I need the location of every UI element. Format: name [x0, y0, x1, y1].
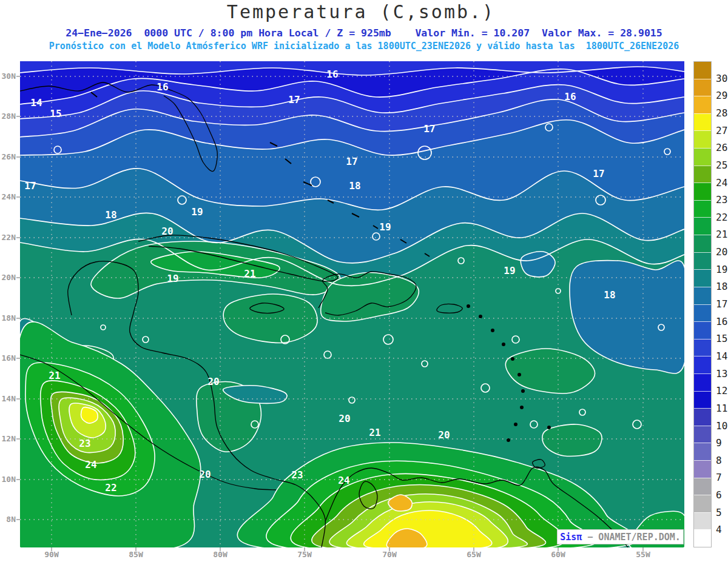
colorbar-tick-label: 26: [716, 143, 727, 153]
contour-label: 23: [291, 470, 303, 480]
weather-map-figure: Temperatura (C,somb.) 24−Ene−2026 0000 U…: [0, 0, 728, 562]
colorbar-cell: [694, 252, 711, 270]
contour-label: 17: [288, 95, 300, 105]
colorbar-cell: [694, 182, 711, 200]
y-axis-tick-label: 10N: [0, 475, 16, 483]
y-axis-tick-label: 30N: [0, 72, 16, 80]
contour-label: 17: [346, 157, 357, 167]
colorbar-cell: [694, 217, 711, 235]
colorbar-cell: [694, 339, 711, 356]
colorbar-cell: [694, 130, 711, 148]
contour-label: 20: [199, 470, 211, 480]
y-axis-tick-mark: [16, 438, 20, 440]
colorbar-tick-label: 24: [716, 178, 727, 188]
x-axis-tick-label: 75W: [291, 550, 318, 558]
contour-label: 20: [161, 227, 173, 236]
x-axis-tick-mark: [220, 547, 221, 551]
subtitle-model: Pronóstico con el Modelo Atmósferico WRF…: [0, 41, 728, 52]
y-axis-tick-mark: [16, 519, 20, 520]
map-area: 1415161716161717181717181920211919191821…: [20, 61, 684, 547]
contour-label: 14: [30, 98, 42, 108]
colorbar-tick-label: 20: [716, 247, 727, 257]
colorbar-cell: [694, 426, 711, 443]
colorbar-tick-label: 23: [716, 195, 727, 205]
colorbar-cell: [694, 478, 711, 495]
contour-label: 21: [49, 371, 60, 381]
colorbar: [693, 61, 712, 547]
colorbar-tick-label: 4: [716, 525, 722, 535]
colorbar-cell: [694, 304, 711, 322]
colorbar-tick-label: 7: [716, 473, 722, 483]
y-axis-tick-mark: [16, 196, 20, 198]
y-axis-tick-label: 8N: [0, 515, 16, 523]
x-axis-tick-label: 90W: [38, 550, 65, 558]
colorbar-tick-label: 22: [716, 213, 727, 222]
colorbar-cell: [694, 113, 711, 131]
map-svg: [20, 61, 684, 547]
colorbar-tick-label: 16: [716, 317, 727, 327]
contour-label: 17: [593, 169, 604, 179]
y-axis-tick-mark: [16, 116, 20, 117]
x-axis-tick-mark: [642, 547, 644, 551]
colorbar-tick-label: 29: [716, 91, 727, 101]
x-axis-tick-label: 60W: [545, 550, 571, 558]
colorbar-tick-label: 27: [716, 126, 727, 136]
colorbar-cell: [694, 200, 711, 218]
contour-label: 15: [50, 109, 61, 119]
contour-label: 22: [105, 483, 116, 493]
x-axis-tick-label: 70W: [376, 550, 403, 558]
contour-label: 19: [191, 207, 203, 217]
y-axis-tick-label: 26N: [0, 153, 16, 161]
contour-label: 23: [79, 439, 90, 449]
colorbar-cell: [694, 529, 711, 547]
y-axis-tick-label: 12N: [0, 435, 16, 443]
watermark-brand: Sisπ: [560, 532, 582, 543]
colorbar-tick-label: 19: [716, 265, 727, 275]
colorbar-cell: [694, 391, 711, 409]
colorbar-cell: [694, 495, 711, 512]
colorbar-tick-label: 17: [716, 299, 727, 309]
y-axis-tick-mark: [16, 277, 20, 278]
colorbar-tick-label: 30: [716, 74, 727, 84]
colorbar-tick-label: 13: [716, 369, 727, 379]
colorbar-tick-label: 12: [716, 386, 727, 396]
colorbar-cell: [694, 512, 711, 530]
contour-label: 24: [85, 460, 96, 470]
colorbar-tick-label: 10: [716, 421, 727, 431]
y-axis-tick-mark: [16, 479, 20, 480]
colorbar-cell: [694, 373, 711, 391]
x-axis-tick-mark: [51, 547, 52, 551]
contour-label: 18: [105, 210, 116, 220]
y-axis-tick-mark: [16, 237, 20, 238]
colorbar-tick-label: 25: [716, 161, 727, 170]
colorbar-cell: [694, 443, 711, 460]
colorbar-cell: [694, 62, 711, 79]
colorbar-cell: [694, 166, 711, 183]
colorbar-tick-label: 21: [716, 230, 727, 239]
watermark: Sisπ − ONAMET/REP.DOM.: [557, 529, 684, 544]
y-axis-tick-mark: [16, 398, 20, 400]
contour-label: 20: [207, 377, 219, 387]
colorbar-cell: [694, 287, 711, 304]
page-title: Temperatura (C,somb.): [0, 1, 722, 22]
y-axis-tick-mark: [16, 358, 20, 359]
colorbar-tick-label: 6: [716, 490, 722, 500]
x-axis-tick-label: 65W: [460, 550, 487, 558]
y-axis-tick-label: 18N: [0, 314, 16, 322]
colorbar-tick-label: 28: [716, 109, 727, 118]
contour-label: 17: [423, 124, 435, 134]
colorbar-tick-label: 15: [716, 334, 727, 344]
y-axis-tick-mark: [16, 318, 20, 319]
x-axis-tick-mark: [304, 547, 305, 551]
y-axis-tick-mark: [16, 76, 20, 77]
contour-label: 18: [349, 181, 360, 191]
colorbar-cell: [694, 269, 711, 287]
colorbar-cell: [694, 408, 711, 426]
colorbar-cell: [694, 96, 711, 113]
contour-label: 18: [604, 290, 615, 300]
x-axis-tick-mark: [135, 547, 136, 551]
y-axis-tick-mark: [16, 156, 20, 158]
y-axis-tick-label: 22N: [0, 233, 16, 241]
y-axis-tick-label: 28N: [0, 112, 16, 120]
colorbar-tick-label: 8: [716, 456, 722, 466]
